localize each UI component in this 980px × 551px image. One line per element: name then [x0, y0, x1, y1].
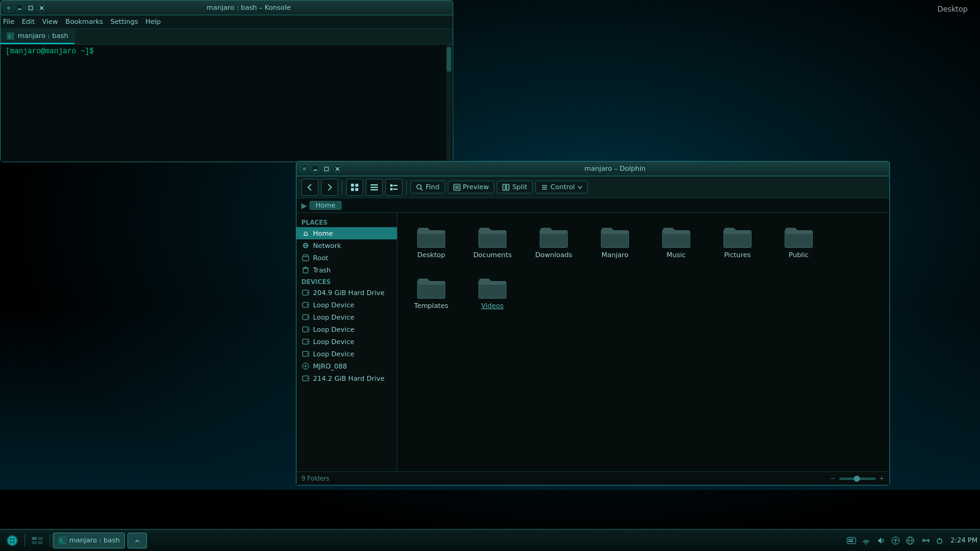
file-label: Templates: [414, 302, 448, 310]
tray-network[interactable]: [860, 534, 872, 547]
sidebar-item-loop4[interactable]: Loop Device: [296, 335, 397, 348]
zoom-slider[interactable]: [839, 478, 876, 480]
file-label: Manjaro: [601, 251, 628, 259]
hdd-icon-2: [301, 374, 310, 383]
sidebar-item-trash[interactable]: Trash: [296, 264, 397, 276]
file-item-public[interactable]: Public: [771, 219, 826, 264]
dolphin-minimize-btn[interactable]: [311, 165, 320, 173]
svg-point-45: [307, 329, 308, 330]
taskbar-sep-1: [24, 534, 25, 547]
details-view-button[interactable]: [385, 179, 402, 196]
svg-text:$: $: [8, 34, 10, 39]
split-button[interactable]: Split: [497, 181, 532, 193]
sidebar-item-loop5[interactable]: Loop Device: [296, 348, 397, 360]
konsole-menu-settings[interactable]: Settings: [110, 18, 138, 26]
file-item-downloads[interactable]: Downloads: [526, 219, 581, 264]
sidebar-item-home[interactable]: ⌂ Home: [296, 227, 397, 239]
folder-icon: [723, 224, 752, 249]
svg-point-51: [305, 365, 307, 367]
file-item-videos[interactable]: Videos: [465, 270, 520, 315]
back-button[interactable]: [301, 179, 318, 196]
dolphin-toolbar: Find Preview Split Control: [296, 176, 889, 198]
konsole-window: manjaro : bash – Konsole File Edit View …: [0, 0, 453, 162]
sidebar-item-network[interactable]: Network: [296, 239, 397, 252]
control-button[interactable]: Control: [535, 181, 588, 193]
dolphin-maximize-btn[interactable]: [322, 165, 331, 173]
folder-icon: [662, 224, 691, 249]
svg-point-41: [307, 304, 308, 305]
dolphin-close-btn[interactable]: [333, 165, 342, 173]
file-item-desktop[interactable]: Desktop: [404, 219, 459, 264]
svg-line-24: [421, 188, 423, 190]
file-label: Public: [789, 251, 809, 259]
icon-view-button[interactable]: [346, 179, 363, 196]
file-item-templates[interactable]: Templates: [404, 270, 459, 315]
taskbar-konsole-btn[interactable]: $_ manjaro : bash: [53, 533, 125, 549]
file-item-documents[interactable]: Documents: [465, 219, 520, 264]
root-icon: [301, 253, 310, 262]
konsole-close-btn[interactable]: [37, 4, 46, 12]
svg-rect-14: [351, 188, 354, 191]
zoom-thumb: [854, 476, 860, 482]
file-item-manjaro[interactable]: Manjaro: [587, 219, 643, 264]
sidebar-item-hdd2[interactable]: 214.2 GiB Hard Drive: [296, 372, 397, 384]
svg-rect-68: [852, 539, 853, 540]
svg-point-39: [307, 292, 308, 293]
svg-rect-9: [325, 167, 328, 171]
konsole-scrollbar[interactable]: [447, 45, 451, 162]
svg-rect-17: [371, 187, 378, 188]
file-item-music[interactable]: Music: [649, 219, 704, 264]
konsole-menu-help[interactable]: Help: [145, 18, 160, 26]
file-grid: Desktop Documents Downloads: [404, 219, 883, 315]
svg-rect-21: [390, 188, 393, 190]
system-clock[interactable]: 2:24 PM: [951, 536, 978, 544]
svg-point-47: [307, 341, 308, 342]
tray-sound[interactable]: [875, 534, 887, 547]
konsole-tab-bash[interactable]: $ manjaro : bash: [1, 29, 75, 44]
konsole-scroll-thumb[interactable]: [447, 47, 451, 72]
konsole-menu-btn[interactable]: [4, 4, 13, 12]
sidebar-item-hdd1[interactable]: 204.9 GiB Hard Drive: [296, 287, 397, 299]
find-button[interactable]: Find: [410, 181, 445, 193]
devices-label: Devices: [296, 276, 397, 287]
tray-updates[interactable]: [889, 534, 902, 547]
taskbar-dolphin-btn[interactable]: [127, 533, 147, 549]
tray-arrows[interactable]: [919, 534, 931, 547]
konsole-menu-view[interactable]: View: [42, 18, 58, 26]
sidebar-item-mjro[interactable]: MJRO_088: [296, 360, 397, 372]
konsole-prompt: [manjaro@manjaro ~]$: [6, 47, 448, 56]
tray-keyboard[interactable]: [845, 534, 858, 547]
sidebar-item-loop1[interactable]: Loop Device: [296, 299, 397, 311]
konsole-minimize-btn[interactable]: [15, 4, 24, 12]
sidebar-item-root[interactable]: Root: [296, 252, 397, 264]
taskbar-app-launcher[interactable]: [2, 532, 22, 549]
tray-power[interactable]: [933, 534, 946, 547]
svg-rect-28: [507, 184, 509, 190]
file-item-pictures[interactable]: Pictures: [710, 219, 765, 264]
tray-locale[interactable]: [904, 534, 916, 547]
dolphin-title: manjaro – Dolphin: [344, 165, 886, 173]
folder-icon: [784, 224, 813, 249]
svg-rect-61: [38, 541, 43, 544]
sidebar-item-loop3[interactable]: Loop Device: [296, 323, 397, 335]
list-view-button[interactable]: [366, 179, 383, 196]
konsole-menu-edit[interactable]: Edit: [21, 18, 34, 26]
loop-icon-2: [301, 313, 310, 321]
file-label: Desktop: [417, 251, 445, 259]
konsole-menu-file[interactable]: File: [3, 18, 14, 26]
zoom-plus[interactable]: +: [880, 475, 884, 482]
zoom-minus[interactable]: −: [830, 475, 835, 482]
svg-rect-12: [351, 184, 354, 187]
chevron-down-icon: [578, 185, 582, 190]
dolphin-menu-btn[interactable]: [300, 165, 309, 173]
konsole-menu-bookmarks[interactable]: Bookmarks: [66, 18, 103, 26]
konsole-title: manjaro : bash – Konsole: [48, 4, 449, 12]
taskbar-pager[interactable]: [28, 532, 47, 549]
file-label: Videos: [481, 302, 504, 310]
sidebar-item-loop2[interactable]: Loop Device: [296, 311, 397, 323]
breadcrumb-home[interactable]: Home: [309, 201, 341, 210]
preview-button[interactable]: Preview: [448, 181, 495, 193]
forward-button[interactable]: [321, 179, 338, 196]
konsole-maximize-btn[interactable]: [26, 4, 35, 12]
loop-icon-4: [301, 337, 310, 346]
